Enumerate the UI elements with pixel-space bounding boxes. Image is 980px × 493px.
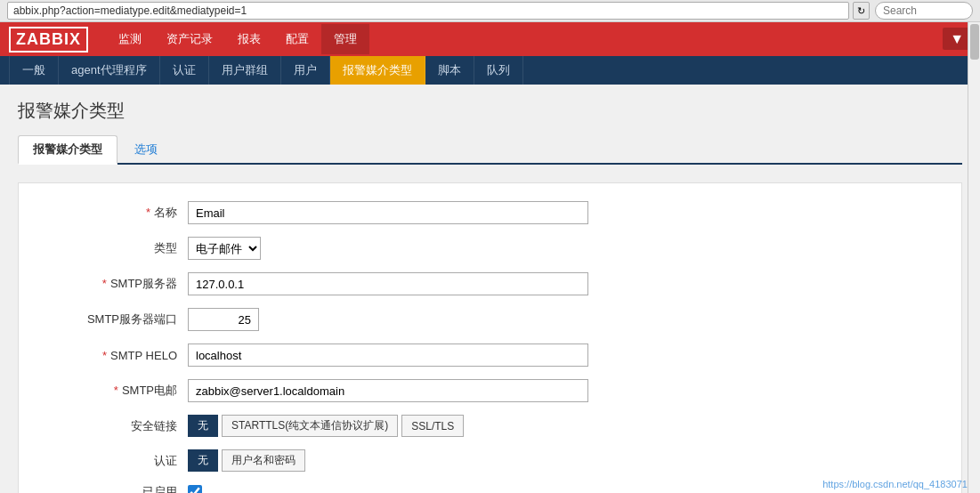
page-container: 报警媒介类型 报警媒介类型 选项 *名称 类型 电子邮件 SMS 脚本 *SMT… bbox=[0, 85, 980, 493]
tab-bar: 报警媒介类型 选项 bbox=[18, 135, 962, 165]
smtp-email-input[interactable] bbox=[188, 379, 588, 402]
enabled-label: 已启用 bbox=[45, 484, 188, 493]
type-select[interactable]: 电子邮件 SMS 脚本 bbox=[188, 237, 261, 260]
subnav-agent[interactable]: agent代理程序 bbox=[59, 56, 160, 85]
smtp-helo-input[interactable] bbox=[188, 343, 588, 367]
enabled-row: 已启用 bbox=[45, 484, 935, 493]
name-label: *名称 bbox=[45, 205, 188, 221]
subnav-auth[interactable]: 认证 bbox=[160, 56, 209, 85]
name-input[interactable] bbox=[188, 201, 588, 224]
security-none-button[interactable]: 无 bbox=[188, 415, 218, 437]
browser-bar: ↻ bbox=[0, 0, 980, 22]
top-nav: ZABBIX 监测 资产记录 报表 配置 管理 ▼ bbox=[0, 22, 980, 56]
enabled-checkbox[interactable] bbox=[188, 485, 202, 493]
smtp-port-input[interactable] bbox=[188, 308, 259, 331]
nav-item-admin[interactable]: 管理 bbox=[321, 24, 369, 54]
subnav-usergroups[interactable]: 用户群组 bbox=[209, 56, 281, 85]
logo: ZABBIX bbox=[9, 27, 88, 53]
security-starttls-button[interactable]: STARTTLS(纯文本通信协议扩展) bbox=[222, 415, 398, 437]
form-container: *名称 类型 电子邮件 SMS 脚本 *SMTP服务器 SMTP服务器端口 bbox=[18, 182, 962, 493]
required-star-smtp: * bbox=[102, 277, 107, 290]
subnav-mediatype[interactable]: 报警媒介类型 bbox=[330, 56, 425, 85]
auth-btn-group: 无 用户名和密码 bbox=[188, 449, 305, 472]
name-row: *名称 bbox=[45, 201, 935, 224]
auth-userpass-button[interactable]: 用户名和密码 bbox=[222, 449, 305, 472]
smtp-port-row: SMTP服务器端口 bbox=[45, 308, 935, 331]
security-btn-group: 无 STARTTLS(纯文本通信协议扩展) SSL/TLS bbox=[188, 415, 464, 437]
auth-label: 认证 bbox=[45, 453, 188, 469]
type-row: 类型 电子邮件 SMS 脚本 bbox=[45, 237, 935, 260]
smtp-port-label: SMTP服务器端口 bbox=[45, 311, 188, 327]
subnav-general[interactable]: 一般 bbox=[9, 56, 59, 85]
sub-nav: 一般 agent代理程序 认证 用户群组 用户 报警媒介类型 脚本 队列 bbox=[0, 56, 980, 85]
nav-item-assets[interactable]: 资产记录 bbox=[154, 24, 225, 54]
nav-item-reports[interactable]: 报表 bbox=[225, 24, 273, 54]
nav-item-config[interactable]: 配置 bbox=[273, 24, 321, 54]
required-star-email: * bbox=[114, 384, 118, 397]
security-row: 安全链接 无 STARTTLS(纯文本通信协议扩展) SSL/TLS bbox=[45, 415, 935, 437]
address-bar[interactable] bbox=[7, 2, 849, 20]
smtp-helo-label: *SMTP HELO bbox=[45, 349, 188, 362]
tab-options[interactable]: 选项 bbox=[119, 135, 173, 163]
top-nav-items: 监测 资产记录 报表 配置 管理 bbox=[106, 24, 369, 54]
smtp-email-label: *SMTP电邮 bbox=[45, 383, 188, 399]
subnav-users[interactable]: 用户 bbox=[281, 56, 330, 85]
required-star-helo: * bbox=[102, 349, 107, 362]
tab-mediatype[interactable]: 报警媒介类型 bbox=[18, 135, 117, 165]
footer-watermark: https://blog.csdn.net/qq_41830712 bbox=[822, 479, 973, 489]
search-input[interactable] bbox=[875, 2, 973, 20]
security-label: 安全链接 bbox=[45, 418, 188, 434]
refresh-button[interactable]: ↻ bbox=[853, 2, 870, 20]
smtp-server-input[interactable] bbox=[188, 272, 588, 295]
smtp-email-row: *SMTP电邮 bbox=[45, 379, 935, 402]
smtp-server-label: *SMTP服务器 bbox=[45, 276, 188, 292]
scrollbar[interactable] bbox=[968, 22, 980, 493]
auth-row: 认证 无 用户名和密码 bbox=[45, 449, 935, 472]
page-title: 报警媒介类型 bbox=[18, 99, 962, 123]
security-ssltls-button[interactable]: SSL/TLS bbox=[401, 415, 464, 437]
type-label: 类型 bbox=[45, 240, 188, 256]
subnav-queue[interactable]: 队列 bbox=[474, 56, 523, 85]
auth-none-button[interactable]: 无 bbox=[188, 449, 218, 472]
subnav-scripts[interactable]: 脚本 bbox=[425, 56, 474, 85]
required-star-name: * bbox=[146, 206, 150, 219]
smtp-server-row: *SMTP服务器 bbox=[45, 272, 935, 295]
smtp-helo-row: *SMTP HELO bbox=[45, 343, 935, 367]
nav-item-monitor[interactable]: 监测 bbox=[106, 24, 154, 54]
scroll-thumb[interactable] bbox=[970, 24, 979, 60]
